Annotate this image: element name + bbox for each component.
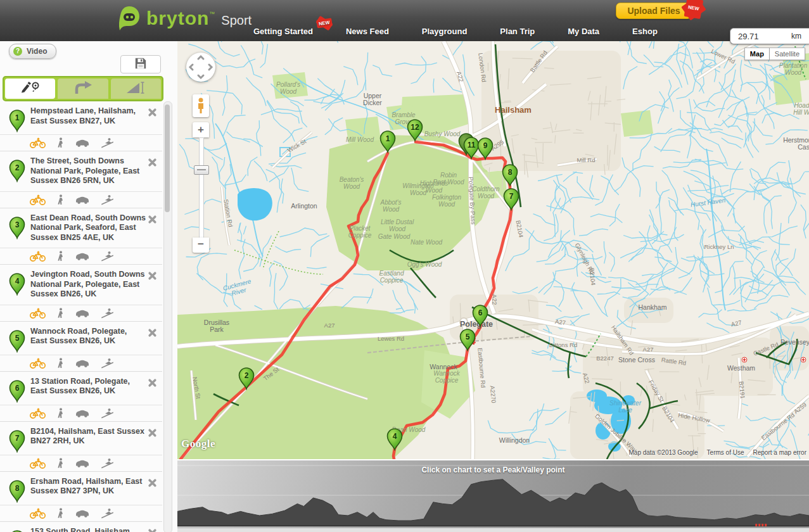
delete-waypoint-button[interactable]	[148, 478, 157, 490]
map-marker-12[interactable]: 12	[405, 115, 424, 143]
zoom-slider-track[interactable]	[199, 137, 204, 239]
svg-text:7: 7	[509, 192, 514, 201]
map-canvas[interactable]: HailshamPolegateUpperDickerArlingtonHank…	[177, 41, 809, 459]
direct-line-mode-icon[interactable]	[100, 358, 115, 369]
nav-item-playground[interactable]: Playground	[422, 27, 468, 36]
svg-text:5: 5	[466, 332, 470, 341]
delete-waypoint-button[interactable]	[148, 528, 157, 532]
upload-files-button[interactable]: Upload Files NEW	[616, 3, 692, 19]
tab-edit-route[interactable]	[5, 79, 55, 99]
delete-waypoint-button[interactable]	[148, 108, 157, 120]
transport-mode-row	[0, 134, 162, 151]
terms-of-use-link[interactable]: Terms of Use	[707, 449, 744, 456]
map-marker-5[interactable]: 5	[458, 325, 477, 353]
bicycle-mode-icon[interactable]	[29, 308, 46, 319]
horizontal-scroll-strip[interactable]	[177, 528, 809, 532]
waypoint-address: The Street, South Downs National Park, P…	[30, 156, 146, 186]
elevation-chart[interactable]: Click on chart to set a Peak/Valley poin…	[177, 460, 809, 528]
sidebar-scrollbar-thumb[interactable]	[165, 104, 170, 212]
nav-item-news-feed[interactable]: News Feed	[346, 27, 389, 36]
zoom-out-button[interactable]: −	[193, 238, 209, 253]
delete-waypoint-button[interactable]	[148, 328, 157, 340]
car-mode-icon[interactable]	[75, 308, 90, 318]
car-mode-icon[interactable]	[75, 459, 90, 468]
waypoint-pin-icon: 6	[8, 376, 27, 405]
map-button[interactable]: Map	[744, 48, 770, 60]
delete-waypoint-button[interactable]	[148, 428, 157, 440]
car-mode-icon[interactable]	[75, 138, 90, 148]
map-label: WannockCoppice	[433, 370, 461, 384]
delete-waypoint-button[interactable]	[148, 378, 157, 390]
car-mode-icon[interactable]	[75, 195, 90, 205]
waypoint-address: Hempstead Lane, Hailsham, East Sussex BN…	[30, 106, 146, 126]
report-map-error-link[interactable]: Report a map error	[753, 449, 806, 456]
tab-elevation[interactable]	[111, 79, 161, 99]
delete-waypoint-button[interactable]	[148, 158, 157, 170]
pedestrian-mode-icon[interactable]	[56, 194, 65, 205]
pedestrian-mode-icon[interactable]	[56, 251, 65, 262]
transport-mode-row	[0, 455, 162, 471]
car-mode-icon[interactable]	[75, 408, 90, 418]
bryton-logo-icon	[117, 5, 141, 32]
direct-line-mode-icon[interactable]	[100, 508, 115, 519]
bicycle-mode-icon[interactable]	[29, 458, 46, 469]
direct-line-mode-icon[interactable]	[100, 458, 115, 469]
pedestrian-mode-icon[interactable]	[56, 408, 65, 419]
pedestrian-mode-icon[interactable]	[56, 308, 65, 319]
map-label: Ogg's Wood	[407, 261, 442, 268]
direct-line-mode-icon[interactable]	[100, 408, 115, 419]
map-marker-2[interactable]: 2	[237, 364, 256, 391]
tab-turn-directions[interactable]	[58, 79, 108, 99]
map-marker-7[interactable]: 7	[502, 184, 521, 212]
map-data-copyright: Map data ©2013 Google	[628, 449, 698, 456]
bicycle-mode-icon[interactable]	[29, 194, 46, 205]
floppy-disk-icon	[134, 57, 147, 72]
map-marker-1[interactable]: 1	[378, 127, 397, 155]
map-marker-4[interactable]: 4	[385, 424, 404, 452]
map-label: A27	[643, 346, 654, 353]
waypoint-address: 13 Station Road, Polegate, East Sussex B…	[30, 377, 146, 396]
brand-trademark: ™	[209, 11, 215, 17]
bicycle-mode-icon[interactable]	[29, 508, 46, 519]
pedestrian-mode-icon[interactable]	[56, 508, 65, 519]
save-route-button[interactable]	[120, 55, 161, 73]
bicycle-mode-icon[interactable]	[29, 251, 46, 262]
car-mode-icon[interactable]	[75, 358, 90, 368]
slope-icon	[125, 80, 146, 98]
nav-item-my-data[interactable]: My Data	[568, 27, 599, 36]
pedestrian-mode-icon[interactable]	[56, 458, 65, 469]
waypoint-pin-icon: 4	[8, 269, 27, 298]
direct-line-mode-icon[interactable]	[100, 308, 115, 319]
nav-item-getting-started[interactable]: Getting StartedNEW	[253, 27, 313, 36]
map-label: Pevensey	[780, 338, 809, 346]
sidebar-scrollbar[interactable]	[163, 101, 172, 532]
zoom-slider-handle[interactable]	[194, 165, 209, 175]
pedestrian-mode-icon[interactable]	[56, 137, 65, 148]
direct-line-mode-icon[interactable]	[100, 194, 115, 205]
park-area	[621, 110, 653, 137]
pan-control[interactable]	[186, 53, 215, 82]
nav-item-plan-trip[interactable]: Plan Trip	[500, 27, 535, 36]
svg-text:4: 4	[15, 277, 20, 286]
zoom-in-button[interactable]: +	[193, 122, 209, 137]
delete-waypoint-button[interactable]	[148, 271, 157, 283]
pegman-streetview[interactable]	[193, 94, 209, 117]
video-help-button[interactable]: ? Video	[9, 44, 56, 59]
waypoint-item-6: 613 Station Road, Polegate, East Sussex …	[0, 371, 162, 405]
delete-waypoint-button[interactable]	[148, 215, 157, 227]
bicycle-mode-icon[interactable]	[29, 408, 46, 419]
bicycle-mode-icon[interactable]	[29, 358, 46, 369]
bicycle-mode-icon[interactable]	[29, 137, 46, 148]
nav-item-eshop[interactable]: Eshop	[632, 27, 658, 36]
google-logo: Google	[181, 438, 215, 450]
waypoint-pin-icon: 7	[8, 426, 27, 455]
direct-line-mode-icon[interactable]	[100, 251, 115, 262]
car-mode-icon[interactable]	[75, 251, 90, 261]
map-label: Willingdon	[499, 436, 530, 444]
pedestrian-mode-icon[interactable]	[56, 358, 65, 369]
satellite-button[interactable]: Satellite	[770, 48, 805, 60]
map-marker-9[interactable]: 9	[476, 134, 495, 162]
direct-line-mode-icon[interactable]	[100, 137, 115, 148]
car-mode-icon[interactable]	[75, 509, 90, 518]
map-graphics: HailshamPolegateUpperDickerArlingtonHank…	[177, 41, 809, 459]
